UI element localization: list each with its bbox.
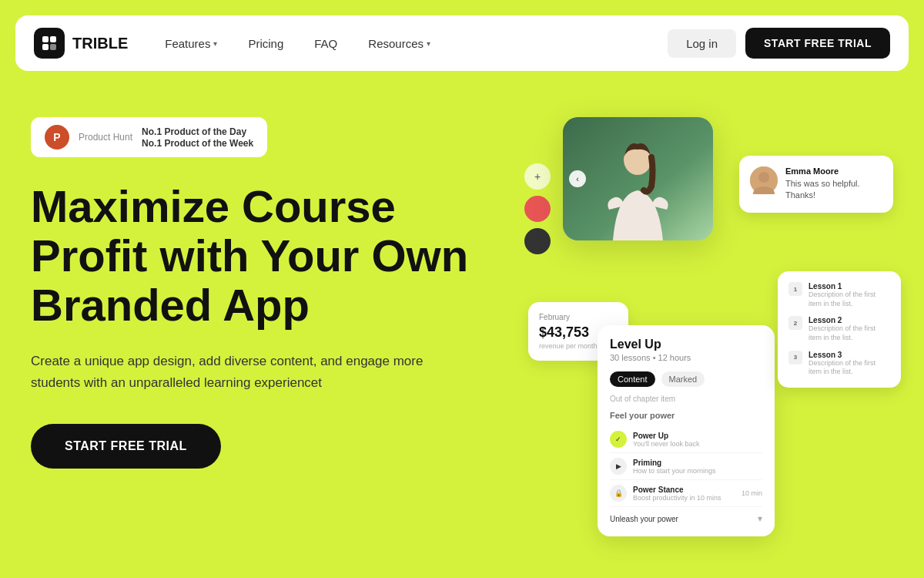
power-info-2: Priming How to start your mornings (633, 459, 762, 475)
section-title: Feel your power (610, 411, 762, 420)
logo-icon (34, 28, 65, 59)
svg-rect-0 (42, 36, 49, 42)
nav-trial-button[interactable]: START FREE TRIAL (745, 28, 890, 59)
svg-rect-2 (42, 44, 49, 50)
tab-content[interactable]: Content (610, 371, 655, 387)
app-meditation-image: ‹ (563, 117, 713, 240)
power-item-3: 🔒 Power Stance Boost productivity in 10 … (610, 480, 762, 507)
chapter-label: Out of chapter item (610, 395, 762, 403)
lesson-number-1: 1 (788, 282, 802, 296)
course-title: Level Up (610, 338, 762, 351)
nav-faq[interactable]: FAQ (302, 31, 350, 56)
power-item-1: ✓ Power Up You'll never look back (610, 426, 762, 453)
lock-icon: 🔒 (610, 485, 627, 502)
feel-power-section: Feel your power ✓ Power Up You'll never … (610, 411, 762, 524)
nav-left: TRIBLE Features ▾ Pricing FAQ Resources … (34, 28, 443, 59)
svg-point-7 (758, 172, 769, 183)
nav-pricing[interactable]: Pricing (236, 31, 296, 56)
navbar: TRIBLE Features ▾ Pricing FAQ Resources … (15, 15, 909, 71)
hero-right: + (521, 102, 909, 549)
product-hunt-line1: No.1 Product of the Day (142, 126, 253, 137)
product-hunt-titles: No.1 Product of the Day No.1 Product of … (142, 126, 253, 149)
lessons-item-2: 2 Lesson 2 Description of the first item… (788, 316, 890, 342)
nav-right: Log in START FREE TRIAL (668, 28, 890, 59)
hero-heading: Maximize Course Profit with Your Own Bra… (31, 182, 505, 329)
power-info-3: Power Stance Boost productivity in 10 mi… (633, 486, 735, 502)
hero-subtext: Create a unique app design, add diverse … (31, 351, 431, 392)
testimonial-name: Emma Moore (785, 166, 882, 176)
lesson-number-3: 3 (788, 351, 802, 365)
power-time: 10 min (742, 489, 762, 497)
testimonial-avatar (750, 166, 778, 194)
logo[interactable]: TRIBLE (34, 28, 128, 59)
nav-links: Features ▾ Pricing FAQ Resources ▾ (152, 31, 443, 56)
revenue-month: February (539, 313, 618, 321)
plus-icon: + (524, 163, 551, 190)
check-icon: ✓ (610, 431, 627, 448)
red-dot (524, 196, 551, 222)
product-hunt-badge: P Product Hunt No.1 Product of the Day N… (31, 117, 267, 157)
play-icon: ▶ (610, 458, 627, 475)
brand-name: TRIBLE (72, 35, 128, 52)
lesson-text-3: Lesson 3 Description of the first item i… (808, 351, 890, 377)
tab-marked[interactable]: Marked (661, 371, 705, 387)
login-button[interactable]: Log in (668, 29, 736, 58)
testimonial-content: Emma Moore This was so helpful. Thanks! (785, 166, 882, 202)
testimonial-text: This was so helpful. Thanks! (785, 178, 882, 202)
chevron-right-icon: ▾ (758, 513, 762, 524)
chevron-down-icon: ▾ (213, 39, 217, 48)
lessons-panel: 1 Lesson 1 Description of the first item… (778, 271, 901, 388)
hero-left: P Product Hunt No.1 Product of the Day N… (31, 102, 505, 563)
svg-rect-1 (50, 36, 56, 42)
hero-trial-button[interactable]: START FREE TRIAL (31, 424, 221, 469)
nav-features[interactable]: Features ▾ (152, 31, 229, 56)
dark-dot (524, 228, 551, 254)
level-up-card: Level Up 30 lessons • 12 hours Content M… (598, 325, 775, 536)
vertical-controls: + (524, 163, 551, 254)
lesson-number-2: 2 (788, 316, 802, 330)
chevron-down-icon: ▾ (427, 39, 430, 48)
power-info-1: Power Up You'll never look back (633, 432, 762, 448)
product-hunt-icon: P (45, 125, 69, 150)
lessons-item-1: 1 Lesson 1 Description of the first item… (788, 282, 890, 308)
power-item-2: ▶ Priming How to start your mornings (610, 453, 762, 480)
course-tabs: Content Marked (610, 371, 762, 387)
svg-rect-3 (50, 44, 56, 50)
card-back-arrow[interactable]: ‹ (569, 170, 586, 187)
app-main-card: ‹ (563, 117, 713, 240)
testimonial-card: Emma Moore This was so helpful. Thanks! (739, 156, 893, 213)
product-hunt-line2: No.1 Product of the Week (142, 138, 253, 149)
product-hunt-label: Product Hunt (79, 132, 132, 143)
hero-section: P Product Hunt No.1 Product of the Day N… (0, 71, 924, 563)
course-meta: 30 lessons • 12 hours (610, 353, 762, 362)
lesson-text-2: Lesson 2 Description of the first item i… (808, 316, 890, 342)
lesson-text-1: Lesson 1 Description of the first item i… (808, 282, 890, 308)
unleash-label: Unleash your power (610, 515, 678, 523)
lessons-item-3: 3 Lesson 3 Description of the first item… (788, 351, 890, 377)
nav-resources[interactable]: Resources ▾ (356, 31, 443, 56)
unleash-row: Unleash your power ▾ (610, 507, 762, 524)
